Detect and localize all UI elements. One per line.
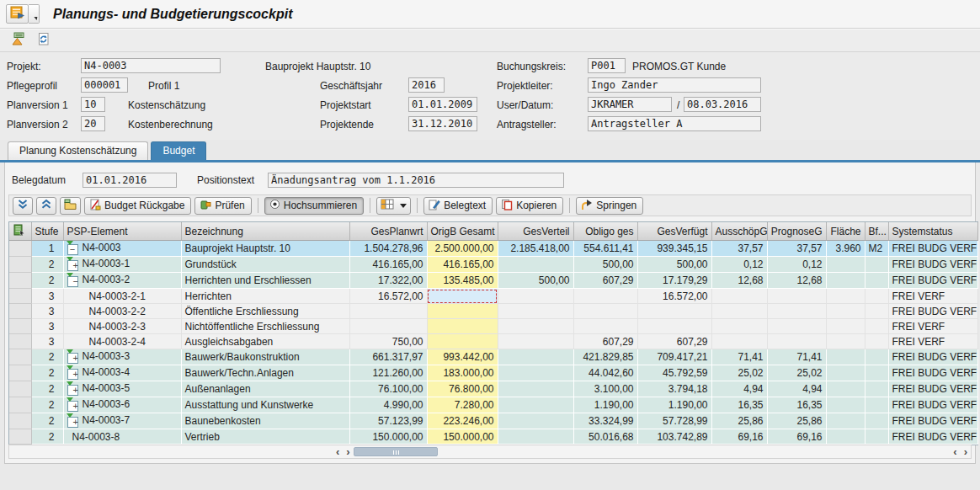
cell-bezeichnung[interactable]: Ausgleichsabgaben — [181, 334, 349, 349]
cell-stufe[interactable]: 2 — [31, 381, 63, 397]
row-select-cell[interactable] — [9, 381, 31, 397]
cell-prognoseg[interactable]: 69,16 — [767, 429, 826, 445]
cell-psp[interactable]: N4-0003-8 — [63, 429, 181, 445]
cell-gesplanwrt[interactable]: 16.572,00 — [349, 289, 427, 304]
cell-prognoseg[interactable]: 25,86 — [767, 413, 826, 429]
cell-prognoseg[interactable] — [767, 289, 826, 304]
cell-status[interactable]: FREI VERF — [888, 289, 977, 304]
cell-gesverfuegt[interactable]: 607,29 — [637, 334, 711, 349]
row-select-cell[interactable] — [9, 304, 31, 319]
cell-status[interactable]: FREI VERF — [888, 334, 977, 349]
cell-gesverfuegt[interactable]: 709.417,21 — [637, 349, 711, 365]
cell-bezeichnung[interactable]: Bauwerk/Techn.Anlagen — [181, 365, 349, 381]
cell-gesverteil[interactable] — [498, 319, 573, 334]
cell-origb[interactable]: 223.246,00 — [427, 413, 498, 429]
cell-obligo[interactable] — [573, 304, 637, 319]
planversion1-field[interactable]: 10 — [81, 97, 105, 112]
projekt-field[interactable]: N4-0003 — [81, 58, 221, 73]
cell-stufe[interactable]: 3 — [31, 319, 63, 334]
cell-bf[interactable] — [865, 289, 888, 304]
cell-gesplanwrt[interactable]: 150.000,00 — [349, 429, 427, 445]
cell-gesverfuegt[interactable]: 500,00 — [637, 257, 711, 273]
cell-gesplanwrt[interactable]: 661.317,97 — [349, 349, 427, 365]
cell-origb[interactable]: 416.165,00 — [427, 257, 498, 273]
cell-stufe[interactable]: 2 — [31, 397, 63, 413]
cell-gesplanwrt[interactable]: 76.100,00 — [349, 381, 427, 397]
expand-node-icon[interactable]: + — [67, 401, 78, 412]
scroll-left-button[interactable] — [336, 446, 339, 457]
cell-bf[interactable] — [865, 429, 888, 445]
cell-gesplanwrt[interactable] — [349, 304, 427, 319]
cell-bf[interactable] — [865, 365, 888, 381]
cell-bezeichnung[interactable]: Grundstück — [181, 257, 349, 273]
cell-bf[interactable] — [865, 413, 888, 429]
cell-bezeichnung[interactable]: Bauwerk/Baukonstruktion — [181, 349, 349, 365]
hochsummieren-toggle[interactable]: Hochsummieren — [264, 197, 364, 215]
cell-bezeichnung[interactable]: Bauprojekt Hauptstr. 10 — [181, 241, 349, 257]
collapse-all-button[interactable] — [36, 197, 56, 215]
row-select-cell[interactable] — [9, 273, 31, 289]
column-header-origb-gesamt[interactable]: OrigB Gesamt — [427, 222, 498, 241]
planversion2-field[interactable]: 20 — [81, 116, 105, 131]
cell-gesverteil[interactable] — [498, 334, 573, 349]
cell-stufe[interactable]: 3 — [31, 304, 63, 319]
cell-flaeche[interactable] — [826, 413, 865, 429]
cell-prognoseg[interactable]: 16,35 — [767, 397, 826, 413]
cell-psp[interactable]: +N4-0003-4 — [63, 365, 181, 381]
cell-stufe[interactable]: 2 — [31, 257, 63, 273]
grid-row-n4-0003-2-4[interactable]: 3N4-0003-2-4Ausgleichsabgaben750,00607,2… — [9, 334, 977, 349]
overview-button[interactable] — [8, 31, 27, 50]
grid-row-n4-0003-4[interactable]: 2+N4-0003-4Bauwerk/Techn.Anlagen121.260,… — [9, 365, 977, 381]
grid-row-n4-0003[interactable]: 1−N4-0003Bauprojekt Hauptstr. 101.504.27… — [9, 241, 977, 257]
cell-ausschoepg[interactable] — [711, 304, 767, 319]
grid-row-n4-0003-2-3[interactable]: 3N4-0003-2-3Nichtöffentliche Erschliessu… — [9, 319, 977, 334]
cell-obligo[interactable]: 500,00 — [573, 257, 637, 273]
column-header-bf-[interactable]: Bf... — [865, 222, 888, 241]
cell-obligo[interactable]: 3.100,00 — [573, 381, 637, 397]
cell-gesplanwrt[interactable]: 416.165,00 — [349, 257, 427, 273]
positionstext-field[interactable]: Änadungsantrag vom 1.1.2016 — [268, 173, 564, 188]
cell-bezeichnung[interactable]: Vertrieb — [181, 429, 349, 445]
cell-stufe[interactable]: 2 — [31, 413, 63, 429]
cell-gesverteil[interactable] — [498, 349, 573, 365]
scroll-right-button[interactable] — [346, 446, 349, 457]
cell-bezeichnung[interactable]: Baunebenkosten — [181, 413, 349, 429]
collapse-node-icon[interactable]: − — [67, 244, 78, 255]
cell-flaeche[interactable] — [826, 304, 865, 319]
cell-psp[interactable]: +N4-0003-6 — [63, 397, 181, 413]
cell-origb[interactable] — [427, 334, 498, 349]
expand-node-icon[interactable]: + — [67, 369, 78, 380]
expand-all-button[interactable] — [13, 197, 33, 215]
cell-origb[interactable]: 76.800,00 — [427, 381, 498, 397]
cell-status[interactable]: FREI BUDG VERF — [888, 257, 977, 273]
belegdatum-field[interactable]: 01.01.2016 — [83, 173, 177, 188]
cell-bf[interactable] — [865, 334, 888, 349]
cell-gesverfuegt[interactable] — [637, 319, 711, 334]
cell-status[interactable]: FREI BUDG VERF — [888, 429, 977, 445]
expand-node-icon[interactable]: + — [67, 260, 78, 271]
cell-stufe[interactable]: 2 — [31, 429, 63, 445]
cell-prognoseg[interactable]: 37,57 — [767, 241, 826, 257]
cell-ausschoepg[interactable] — [711, 334, 767, 349]
cell-ausschoepg[interactable]: 12,68 — [711, 273, 767, 289]
cell-gesverteil[interactable] — [498, 257, 573, 273]
cell-ausschoepg[interactable]: 25,02 — [711, 365, 767, 381]
cell-prognoseg[interactable]: 4,94 — [767, 381, 826, 397]
cell-psp[interactable]: N4-0003-2-3 — [63, 319, 181, 334]
datum-field[interactable]: 08.03.2016 — [684, 97, 761, 112]
cell-gesverfuegt[interactable]: 45.792,59 — [637, 365, 711, 381]
scroll-right-button-secondary[interactable] — [964, 446, 967, 457]
cell-bf[interactable] — [865, 319, 888, 334]
cell-flaeche[interactable] — [826, 365, 865, 381]
cell-obligo[interactable]: 421.829,85 — [573, 349, 637, 365]
geschaeftsjahr-field[interactable]: 2016 — [408, 77, 445, 93]
cell-prognoseg[interactable]: 12,68 — [767, 273, 826, 289]
row-select-cell[interactable] — [9, 334, 31, 349]
cell-gesplanwrt[interactable]: 17.322,00 — [349, 273, 427, 289]
column-header-systemstatus[interactable]: Systemstatus — [888, 222, 977, 241]
cell-gesverteil[interactable]: 2.185.418,00 — [498, 241, 573, 257]
cell-flaeche[interactable] — [826, 289, 865, 304]
cell-flaeche[interactable] — [826, 397, 865, 413]
column-header-fläche[interactable]: Fläche — [826, 222, 865, 241]
column-header-gesplanwrt[interactable]: GesPlanwrt — [349, 222, 427, 241]
